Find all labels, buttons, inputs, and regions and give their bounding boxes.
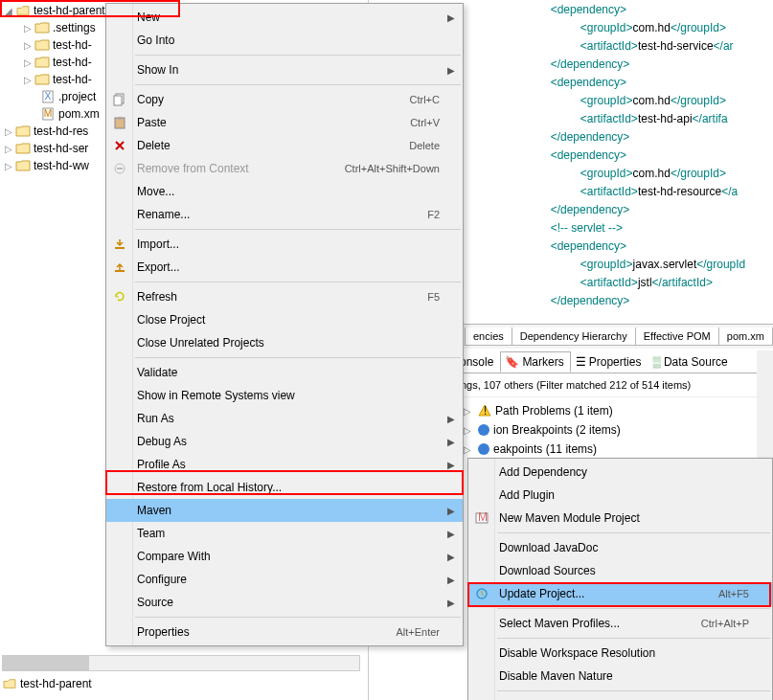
svg-rect-12	[115, 270, 125, 272]
menu-item-label: Download Sources	[499, 564, 749, 577]
panel-item[interactable]: ▷eakpoints (11 items)	[455, 440, 773, 459]
project-open-icon	[15, 3, 31, 18]
submenu-arrow-icon: ▶	[447, 414, 455, 424]
menu-item-label: Rename...	[137, 208, 427, 221]
tree-item-label: test-hd-ww	[34, 159, 89, 172]
menu-item-label: Download JavaDoc	[499, 541, 749, 554]
svg-rect-7	[114, 96, 122, 105]
menu-item[interactable]: Run As▶	[106, 407, 463, 430]
menu-item-label: Properties	[137, 625, 396, 639]
menu-item[interactable]: Restore from Local History...	[106, 476, 463, 499]
folder-icon	[34, 55, 50, 70]
editor-tab[interactable]: Effective POM	[635, 327, 719, 346]
menu-item-accel: Delete	[409, 140, 440, 151]
menu-item[interactable]: Import...	[106, 233, 463, 256]
menu-item-label: Update Project...	[499, 587, 718, 600]
menu-item-label: Show In	[137, 63, 440, 77]
folder-icon	[34, 37, 50, 53]
menu-item[interactable]: Show in Remote Systems view	[106, 384, 463, 407]
menu-item[interactable]: Rename...F2	[106, 203, 463, 226]
menu-item[interactable]: Disable Workspace Resolution	[468, 642, 772, 665]
menu-item[interactable]: Configure▶	[106, 568, 463, 591]
menu-item[interactable]: Remove from ContextCtrl+Alt+Shift+Down	[106, 157, 463, 180]
menu-item[interactable]: RefreshF5	[106, 285, 463, 308]
tree-item-label: test-hd-	[53, 73, 92, 86]
tree-root-label: test-hd-parent	[34, 4, 105, 17]
menu-item-label: Import...	[137, 237, 440, 251]
menu-item-accel: Ctrl+V	[410, 117, 440, 128]
menu-item-label: Move...	[137, 185, 440, 198]
menu-item-accel: Ctrl+Alt+P	[701, 618, 749, 629]
project-open-icon	[2, 676, 17, 691]
explorer-hscroll[interactable]	[2, 655, 360, 671]
tree-item-label: test-hd-ser	[34, 142, 88, 155]
submenu-arrow-icon: ▶	[447, 12, 455, 23]
menu-item[interactable]: Team▶	[106, 522, 463, 545]
menu-item-label: Add Dependency	[499, 465, 749, 479]
menu-item[interactable]: Profile As▶	[106, 453, 463, 476]
menu-item[interactable]: Move...	[106, 180, 463, 203]
menu-item-label: New	[137, 11, 440, 24]
menu-item[interactable]: Download JavaDoc	[468, 536, 772, 559]
editor-tab[interactable]: pom.xm	[718, 327, 773, 346]
folder-icon	[34, 20, 50, 35]
import-icon	[112, 237, 127, 252]
menu-item-label: Run As	[137, 412, 440, 425]
menu-item[interactable]: Go Into	[106, 29, 463, 52]
menu-item[interactable]: Debug As▶	[106, 430, 463, 453]
menu-item[interactable]: PropertiesAlt+Enter	[106, 621, 463, 644]
menu-item[interactable]: Assign Working Sets...	[468, 694, 772, 700]
update-icon	[474, 586, 489, 601]
paste-icon	[112, 115, 127, 130]
menu-item[interactable]: Add Dependency	[468, 461, 772, 484]
submenu-arrow-icon: ▶	[447, 552, 455, 562]
project-icon	[15, 141, 31, 156]
menu-item[interactable]: Validate	[106, 361, 463, 384]
menu-item[interactable]: CopyCtrl+C	[106, 88, 463, 111]
breakpoint-icon	[478, 443, 489, 455]
menu-item[interactable]: DeleteDelete	[106, 134, 463, 157]
menu-item[interactable]: Select Maven Profiles...Ctrl+Alt+P	[468, 612, 772, 635]
menu-item[interactable]: Disable Maven Nature	[468, 665, 772, 688]
menu-item-label: Profile As	[137, 458, 440, 471]
tree-item-label: pom.xm	[58, 107, 100, 121]
menu-item[interactable]: Close Unrelated Projects	[106, 331, 463, 354]
panel-tab-markers[interactable]: 🔖 Markers	[500, 351, 570, 373]
menu-item[interactable]: Download Sources	[468, 559, 772, 582]
panel-tab-datasource[interactable]: ▒ Data Source	[648, 351, 734, 373]
menu-item-label: Delete	[137, 139, 409, 152]
menu-item-label: Team	[137, 527, 440, 540]
panel-item[interactable]: ▷ion Breakpoints (2 items)	[455, 420, 773, 440]
menu-item-label: Restore from Local History...	[137, 481, 440, 494]
menu-item[interactable]: Close Project	[106, 308, 463, 331]
editor-tab[interactable]: Dependency Hierarchy	[512, 327, 636, 346]
svg-text:!: !	[484, 404, 487, 418]
context-menu: New▶Go IntoShow In▶CopyCtrl+CPasteCtrl+V…	[105, 3, 464, 646]
menu-item-label: Show in Remote Systems view	[137, 389, 440, 402]
menu-item[interactable]: New▶	[106, 6, 463, 29]
panel-item[interactable]: ▷!Path Problems (1 item)	[455, 401, 773, 420]
panel-tab-properties[interactable]: ☰ Properties	[571, 351, 648, 373]
menu-item[interactable]: Show In▶	[106, 58, 463, 81]
editor-tab[interactable]: encies	[465, 327, 512, 346]
menu-item[interactable]: PasteCtrl+V	[106, 111, 463, 134]
menu-item[interactable]: Maven▶	[106, 499, 463, 522]
menu-item[interactable]: MNew Maven Module Project	[468, 507, 772, 530]
markers-icon: 🔖	[505, 355, 519, 369]
svg-text:M: M	[44, 108, 53, 119]
submenu-arrow-icon: ▶	[447, 598, 455, 608]
maven-submenu: Add DependencyAdd PluginMNew Maven Modul…	[467, 458, 773, 700]
maven-icon: M	[474, 510, 489, 526]
menu-item-label: Disable Maven Nature	[499, 669, 749, 683]
menu-item[interactable]: Update Project...Alt+F5	[468, 582, 772, 605]
breadcrumb[interactable]: test-hd-parent	[2, 675, 92, 692]
menu-item-accel: Ctrl+C	[410, 94, 440, 105]
export-icon	[112, 260, 127, 275]
menu-item[interactable]: Add Plugin	[468, 484, 772, 507]
menu-item[interactable]: Compare With▶	[106, 545, 463, 568]
menu-item[interactable]: Source▶	[106, 591, 463, 614]
xml-file-icon: X	[40, 89, 56, 104]
menu-item[interactable]: Export...	[106, 256, 463, 279]
menu-item-label: New Maven Module Project	[499, 511, 749, 525]
menu-item-label: Compare With	[137, 550, 440, 563]
